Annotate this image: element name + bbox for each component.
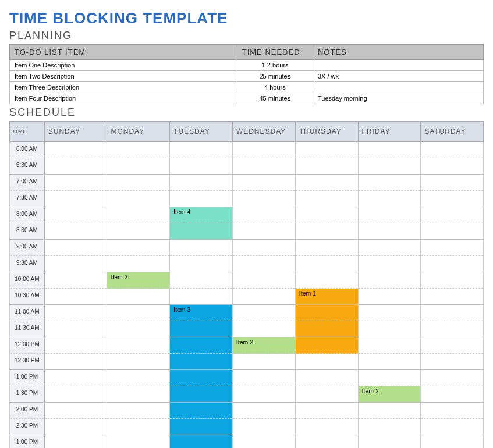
schedule-cell[interactable]: [170, 386, 233, 403]
schedule-cell[interactable]: [232, 435, 295, 449]
schedule-cell[interactable]: [232, 272, 295, 289]
planning-item[interactable]: Item Four Description: [10, 93, 237, 104]
schedule-cell[interactable]: [421, 435, 484, 449]
schedule-cell[interactable]: [170, 370, 233, 386]
schedule-cell[interactable]: [170, 354, 233, 370]
schedule-cell[interactable]: [421, 240, 484, 256]
schedule-cell[interactable]: [232, 305, 295, 321]
schedule-cell[interactable]: [107, 403, 170, 419]
schedule-cell[interactable]: [44, 142, 107, 158]
schedule-cell[interactable]: [358, 272, 421, 289]
schedule-cell[interactable]: [107, 158, 170, 175]
schedule-cell[interactable]: [295, 354, 358, 370]
schedule-cell[interactable]: [295, 207, 358, 223]
planning-item[interactable]: Item Two Description: [10, 71, 237, 82]
schedule-cell[interactable]: [421, 403, 484, 419]
planning-time[interactable]: 25 minutes: [237, 71, 313, 82]
schedule-cell[interactable]: [44, 240, 107, 256]
schedule-cell[interactable]: [421, 142, 484, 158]
schedule-cell[interactable]: [358, 175, 421, 191]
schedule-cell[interactable]: [358, 370, 421, 386]
schedule-cell[interactable]: [107, 337, 170, 354]
schedule-cell[interactable]: [44, 207, 107, 223]
schedule-cell[interactable]: Item 2: [107, 272, 170, 289]
schedule-cell[interactable]: [107, 305, 170, 321]
schedule-cell[interactable]: [358, 240, 421, 256]
schedule-cell[interactable]: [295, 386, 358, 403]
schedule-cell[interactable]: [421, 175, 484, 191]
schedule-cell[interactable]: [107, 240, 170, 256]
schedule-cell[interactable]: [107, 175, 170, 191]
schedule-cell[interactable]: [421, 289, 484, 305]
schedule-cell[interactable]: [107, 223, 170, 240]
planning-notes[interactable]: [313, 82, 483, 93]
schedule-cell[interactable]: [421, 272, 484, 289]
schedule-cell[interactable]: [295, 223, 358, 240]
schedule-cell[interactable]: [170, 142, 233, 158]
schedule-cell[interactable]: [44, 223, 107, 240]
schedule-cell[interactable]: [170, 240, 233, 256]
schedule-cell[interactable]: [170, 289, 233, 305]
schedule-cell[interactable]: [295, 256, 358, 272]
schedule-cell[interactable]: [44, 272, 107, 289]
schedule-cell[interactable]: [421, 370, 484, 386]
schedule-cell[interactable]: [44, 321, 107, 337]
schedule-cell[interactable]: [232, 419, 295, 435]
schedule-cell[interactable]: Item 2: [232, 337, 295, 354]
schedule-cell[interactable]: [44, 419, 107, 435]
schedule-cell[interactable]: [421, 256, 484, 272]
schedule-cell[interactable]: [44, 435, 107, 449]
schedule-cell[interactable]: [107, 370, 170, 386]
schedule-cell[interactable]: Item 1: [295, 289, 358, 305]
schedule-cell[interactable]: [295, 240, 358, 256]
schedule-cell[interactable]: Item 4: [170, 207, 233, 223]
schedule-cell[interactable]: [295, 403, 358, 419]
schedule-cell[interactable]: [295, 435, 358, 449]
schedule-cell[interactable]: [295, 272, 358, 289]
schedule-cell[interactable]: Item 2: [358, 386, 421, 403]
schedule-cell[interactable]: [232, 240, 295, 256]
schedule-cell[interactable]: [295, 191, 358, 207]
schedule-cell[interactable]: [358, 435, 421, 449]
schedule-cell[interactable]: [170, 419, 233, 435]
schedule-cell[interactable]: [295, 175, 358, 191]
schedule-cell[interactable]: [295, 321, 358, 337]
planning-time[interactable]: 1-2 hours: [237, 60, 313, 71]
schedule-cell[interactable]: [358, 419, 421, 435]
schedule-cell[interactable]: [232, 289, 295, 305]
schedule-cell[interactable]: [358, 354, 421, 370]
schedule-cell[interactable]: [421, 305, 484, 321]
schedule-cell[interactable]: [170, 337, 233, 354]
schedule-cell[interactable]: [358, 289, 421, 305]
schedule-cell[interactable]: [232, 370, 295, 386]
schedule-cell[interactable]: [358, 191, 421, 207]
schedule-cell[interactable]: [232, 158, 295, 175]
schedule-cell[interactable]: [295, 337, 358, 354]
schedule-cell[interactable]: [107, 191, 170, 207]
schedule-cell[interactable]: [295, 419, 358, 435]
schedule-cell[interactable]: [44, 354, 107, 370]
schedule-cell[interactable]: [170, 223, 233, 240]
schedule-cell[interactable]: [358, 158, 421, 175]
planning-notes[interactable]: 3X / wk: [313, 71, 483, 82]
schedule-cell[interactable]: [421, 419, 484, 435]
schedule-cell[interactable]: [421, 191, 484, 207]
schedule-cell[interactable]: [295, 142, 358, 158]
schedule-cell[interactable]: [232, 207, 295, 223]
schedule-cell[interactable]: [44, 386, 107, 403]
schedule-cell[interactable]: [170, 191, 233, 207]
schedule-cell[interactable]: [358, 223, 421, 240]
schedule-cell[interactable]: [421, 354, 484, 370]
schedule-cell[interactable]: [421, 158, 484, 175]
schedule-cell[interactable]: [44, 175, 107, 191]
planning-time[interactable]: 45 minutes: [237, 93, 313, 104]
schedule-cell[interactable]: [107, 142, 170, 158]
schedule-cell[interactable]: [358, 403, 421, 419]
schedule-cell[interactable]: [421, 386, 484, 403]
schedule-cell[interactable]: [107, 419, 170, 435]
schedule-cell[interactable]: [107, 256, 170, 272]
schedule-cell[interactable]: [358, 142, 421, 158]
schedule-cell[interactable]: [44, 191, 107, 207]
planning-time[interactable]: 4 hours: [237, 82, 313, 93]
schedule-cell[interactable]: [358, 207, 421, 223]
